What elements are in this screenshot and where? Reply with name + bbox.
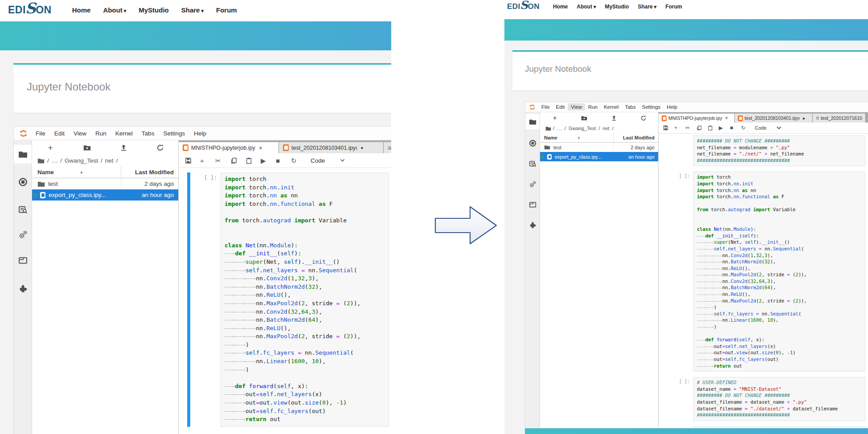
new-launcher-button[interactable]: + — [540, 115, 569, 121]
new-launcher-button[interactable]: + — [32, 144, 69, 151]
menu-edit[interactable]: Edit — [553, 103, 568, 111]
file-row[interactable]: test2 days ago — [32, 178, 178, 189]
menu-tabs[interactable]: Tabs — [137, 129, 159, 138]
nav-item-mystudio[interactable]: MyStudio — [600, 4, 633, 10]
restart-button[interactable]: ↻ — [291, 157, 298, 164]
sidebar-tab-extensions[interactable] — [525, 217, 540, 233]
sidebar-tab-property-inspector[interactable] — [525, 156, 540, 171]
notebook-tab[interactable]: ≡test_202012071610 — [813, 114, 866, 123]
menu-settings[interactable]: Settings — [639, 103, 664, 111]
cell-type-dropdown[interactable]: Code — [755, 125, 766, 131]
refresh-button[interactable] — [629, 115, 658, 121]
nav-item-share[interactable]: Share▾ — [175, 6, 210, 14]
menu-kernel[interactable]: Kernel — [601, 103, 622, 111]
upload-button[interactable] — [599, 115, 629, 121]
nav-item-home[interactable]: Home — [549, 4, 572, 10]
file-row[interactable]: export_py_class.ipy...an hour ago — [540, 152, 658, 161]
menu-help[interactable]: Help — [189, 129, 211, 138]
sidebar-tab-settings-gears[interactable] — [14, 225, 32, 244]
breadcrumb-segment[interactable]: Gwang_Test — [569, 126, 596, 131]
notebook-tab[interactable]: MNISTHPO-jupyterjob.ipy× — [179, 142, 279, 153]
sidebar-tab-extensions[interactable] — [14, 279, 32, 298]
cell-type-dropdown[interactable]: Code — [311, 157, 325, 164]
breadcrumb-segment[interactable]: … — [52, 157, 58, 164]
cut-button[interactable]: ✂ — [215, 157, 222, 164]
cell-type-dropdown-chevron[interactable] — [776, 125, 782, 131]
breadcrumb-segment[interactable]: … — [557, 126, 562, 131]
cut-button[interactable]: ✂ — [685, 125, 691, 131]
notebook-tab[interactable]: ≡te — [384, 142, 391, 153]
menu-kernel[interactable]: Kernel — [111, 129, 137, 138]
breadcrumb-segment[interactable]: net — [105, 157, 114, 164]
menu-view[interactable]: View — [69, 129, 91, 138]
main-nav: HomeAbout▾MyStudioShare▾Forum — [549, 4, 687, 10]
new-folder-button[interactable] — [69, 144, 105, 151]
nav-item-about[interactable]: About▾ — [572, 4, 600, 10]
refresh-button[interactable] — [142, 144, 178, 151]
save-button[interactable] — [663, 125, 668, 131]
menu-settings[interactable]: Settings — [159, 129, 189, 138]
sidebar-tab-property-inspector[interactable] — [14, 200, 32, 219]
folder-icon[interactable] — [545, 126, 551, 131]
notebook-tab[interactable]: test_20201208103401.ipyı● — [279, 142, 384, 153]
menu-help[interactable]: Help — [663, 103, 680, 111]
column-header-name[interactable]: Name ▴ — [540, 133, 614, 142]
menu-file[interactable]: File — [538, 103, 553, 111]
sidebar-tab-open-tabs[interactable] — [525, 197, 540, 212]
file-row[interactable]: export_py_class.ipy...an hour ago — [32, 189, 178, 201]
sidebar-tab-open-tabs[interactable] — [14, 251, 32, 270]
breadcrumb-segment[interactable]: net — [602, 126, 609, 131]
save-button[interactable] — [185, 157, 192, 164]
nav-item-home[interactable]: Home — [66, 6, 97, 14]
insert-button[interactable]: + — [200, 157, 207, 164]
column-header-modified[interactable]: Last Modified — [614, 135, 658, 140]
breadcrumb-segment[interactable]: Gwang_Test — [65, 157, 98, 164]
menu-run[interactable]: Run — [91, 129, 111, 138]
upload-button[interactable] — [105, 144, 142, 151]
column-header-name[interactable]: Name ▴ — [32, 166, 121, 178]
menu-view[interactable]: View — [568, 103, 585, 111]
menu-edit[interactable]: Edit — [50, 129, 69, 138]
notebook-tab[interactable]: MNISTHPO-jupyterjob.ipy× — [659, 114, 735, 123]
settings-gears-icon — [18, 230, 28, 239]
paste-button[interactable] — [708, 125, 713, 131]
sidebar-tab-settings-gears[interactable] — [525, 176, 540, 192]
run-button[interactable]: ▶ — [261, 157, 267, 164]
menu-run[interactable]: Run — [585, 103, 601, 111]
stop-button[interactable]: ■ — [730, 125, 735, 131]
column-header-modified[interactable]: Last Modified — [121, 169, 178, 176]
stop-button[interactable]: ■ — [276, 157, 283, 164]
nav-item-mystudio[interactable]: MyStudio — [132, 6, 175, 14]
edison-logo[interactable]: EDISON — [507, 2, 540, 11]
cell-editor[interactable]: import torchimport torch.nn.initimport t… — [221, 172, 389, 427]
nav-item-forum[interactable]: Forum — [661, 4, 686, 10]
name-column-label: Name — [37, 169, 54, 176]
menu-file[interactable]: File — [31, 129, 50, 138]
nav-item-forum[interactable]: Forum — [210, 6, 243, 14]
cell-editor[interactable]: # USER-DEFINEDdataset_name = "MNIST-Data… — [693, 377, 865, 421]
restart-button[interactable]: ↻ — [741, 125, 746, 131]
notebook-tab[interactable]: test_20201208103401.ipyı● — [735, 114, 813, 123]
cell-editor[interactable]: ######### DO NOT CHANGE #########net_fil… — [693, 135, 865, 166]
close-icon[interactable]: × — [259, 144, 262, 151]
sidebar-tab-running-kernels[interactable] — [14, 172, 32, 191]
new-folder-button[interactable] — [569, 115, 599, 121]
menu-tabs[interactable]: Tabs — [622, 103, 639, 111]
modified-column-label: Last Modified — [623, 135, 655, 140]
copy-button[interactable] — [230, 157, 237, 164]
sidebar-tab-running-kernels[interactable] — [525, 135, 540, 151]
edison-logo[interactable]: EDISON — [8, 4, 52, 16]
nav-item-share[interactable]: Share▾ — [633, 4, 661, 10]
sidebar-tab-file-browser[interactable] — [14, 145, 32, 164]
cell-type-dropdown-chevron[interactable] — [340, 159, 345, 162]
sidebar-tab-file-browser[interactable] — [525, 114, 540, 129]
insert-button[interactable]: + — [674, 125, 680, 131]
close-icon[interactable]: × — [725, 115, 728, 121]
cell-editor[interactable]: import torchimport torch.nn.initimport t… — [693, 172, 865, 372]
run-button[interactable]: ▶ — [719, 125, 724, 131]
paste-button[interactable] — [246, 157, 252, 164]
folder-icon[interactable] — [37, 158, 45, 164]
nav-item-about[interactable]: About▾ — [97, 6, 132, 14]
copy-button[interactable] — [696, 125, 702, 131]
file-row[interactable]: test2 days ago — [540, 143, 658, 152]
